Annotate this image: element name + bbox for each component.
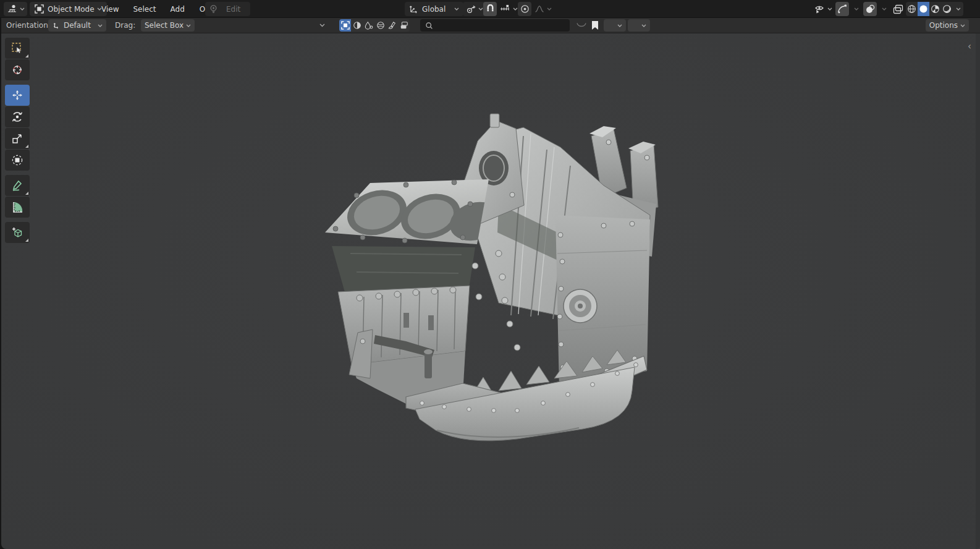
shading-material-button[interactable] xyxy=(929,2,941,16)
tool-move[interactable] xyxy=(5,85,30,106)
chevron-down-icon xyxy=(882,7,887,11)
sidebar-expand-chevron[interactable]: ‹ xyxy=(968,41,971,52)
asset-type-filter-group xyxy=(339,19,410,32)
scene-cards-icon xyxy=(400,21,408,30)
menu-add[interactable]: Add xyxy=(167,5,188,14)
move-icon xyxy=(11,89,23,101)
annotate-pencil-icon xyxy=(11,179,23,192)
transform-orientation-selector[interactable]: Global xyxy=(405,2,463,16)
orientation-value: Default xyxy=(64,21,91,30)
proportional-falloff-selector[interactable] xyxy=(533,2,554,16)
filter-dropdown-1[interactable] xyxy=(604,19,626,32)
asset-type-scene-button[interactable] xyxy=(398,19,410,32)
asset-type-brush-button[interactable] xyxy=(386,19,398,32)
chevron-down-icon xyxy=(478,7,483,11)
material-preview-icon xyxy=(931,4,940,14)
object-mode-icon xyxy=(35,4,44,14)
select-box-icon xyxy=(11,42,23,54)
subtool-indicator xyxy=(25,145,28,148)
options-button[interactable]: Options xyxy=(926,19,969,32)
chevron-down-icon xyxy=(617,24,622,27)
shading-solid-button[interactable] xyxy=(918,2,929,16)
chevron-down-icon xyxy=(960,24,965,27)
toggle-xray-button[interactable] xyxy=(890,2,905,16)
rotate-icon xyxy=(11,111,23,123)
editor-type-3d-viewport-icon xyxy=(7,4,17,14)
bookmark-icon xyxy=(591,21,599,30)
viewport-3d[interactable]: ‹ xyxy=(1,33,980,549)
tool-select-box[interactable] xyxy=(5,38,30,59)
subtool-indicator xyxy=(25,192,28,195)
show-overlays-toggle[interactable] xyxy=(863,2,877,16)
asset-shelf-expand-dropdown[interactable] xyxy=(315,19,329,32)
snap-magnet-icon xyxy=(486,4,495,14)
drag-mode-dropdown[interactable]: Select Box xyxy=(141,19,195,32)
engine-block-model[interactable] xyxy=(313,111,665,448)
menu-view[interactable]: View xyxy=(98,5,122,14)
menu-select[interactable]: Select xyxy=(129,5,159,14)
show-gizmos-toggle[interactable] xyxy=(835,2,849,16)
asset-type-material-button[interactable] xyxy=(351,19,363,32)
menu-edit-disabled[interactable]: Edit xyxy=(205,2,250,16)
tool-rotate[interactable] xyxy=(5,106,30,127)
snap-increment-icon xyxy=(500,4,510,14)
chevron-down-icon xyxy=(20,7,25,11)
chevron-down-icon xyxy=(454,7,459,11)
transform-orientation-label: Global xyxy=(422,5,446,14)
asset-type-world-button[interactable] xyxy=(374,19,386,32)
proportional-editing-icon xyxy=(520,4,530,14)
drag-mode-value: Select Box xyxy=(145,21,184,30)
filter-dropdown-2[interactable] xyxy=(628,19,650,32)
orientation-default-icon xyxy=(52,21,61,30)
wireframe-icon xyxy=(907,4,916,14)
chevron-down-icon xyxy=(641,24,646,27)
shading-mode-group xyxy=(906,2,963,16)
pivot-point-icon xyxy=(466,4,476,14)
editor-type-selector[interactable] xyxy=(4,2,27,16)
overlays-options-dropdown[interactable] xyxy=(877,2,889,16)
gizmos-options-dropdown[interactable] xyxy=(850,2,861,16)
drag-label: Drag: xyxy=(115,19,135,32)
rating-filter-button[interactable] xyxy=(575,19,588,32)
tool-transform[interactable] xyxy=(5,150,30,171)
asset-search-input[interactable] xyxy=(420,19,570,32)
chevron-down-icon xyxy=(956,7,961,11)
asset-type-model-button[interactable] xyxy=(339,19,351,32)
tool-annotate[interactable] xyxy=(5,175,30,196)
viewport-header: Object Mode View Select Add Object Edit xyxy=(0,0,980,18)
bookmark-search-button[interactable] xyxy=(588,19,602,32)
mode-selector-label: Object Mode xyxy=(48,5,95,14)
shading-options-dropdown[interactable] xyxy=(953,2,963,16)
orientation-label: Orientation: xyxy=(6,19,51,32)
chevron-down-icon xyxy=(513,7,518,11)
search-icon xyxy=(425,22,433,30)
chevron-down-icon xyxy=(547,7,552,11)
asset-type-paint-button[interactable] xyxy=(363,19,374,32)
tool-cursor[interactable] xyxy=(5,59,30,80)
viewport-right-edge xyxy=(976,33,980,549)
tool-settings-bar: Orientation: Default Drag: Select Box xyxy=(1,18,980,33)
tool-add-cube[interactable] xyxy=(5,222,30,243)
lamp-icon xyxy=(209,4,218,14)
tool-scale[interactable] xyxy=(5,128,30,149)
gizmo-icon xyxy=(837,4,847,14)
snap-with-selector[interactable] xyxy=(498,2,520,16)
visibility-eye-cursor-icon xyxy=(814,4,825,14)
overlays-icon xyxy=(865,4,875,14)
orientation-axes-icon xyxy=(409,4,418,14)
shading-wireframe-button[interactable] xyxy=(906,2,918,16)
subtool-indicator xyxy=(25,239,28,242)
shading-rendered-button[interactable] xyxy=(941,2,953,16)
proportional-editing-toggle[interactable] xyxy=(518,2,531,16)
object-type-visibility-selector[interactable] xyxy=(811,2,835,16)
subtool-indicator xyxy=(25,54,28,57)
mode-selector[interactable]: Object Mode xyxy=(30,2,107,16)
brush-icon xyxy=(388,21,397,30)
tool-measure[interactable] xyxy=(5,197,30,218)
solid-shading-icon xyxy=(919,4,928,14)
transform-icon xyxy=(11,154,23,166)
chevron-down-icon xyxy=(186,24,191,27)
add-cube-icon xyxy=(11,226,23,239)
orientation-dropdown[interactable]: Default xyxy=(48,19,106,32)
snap-toggle[interactable] xyxy=(483,2,497,16)
